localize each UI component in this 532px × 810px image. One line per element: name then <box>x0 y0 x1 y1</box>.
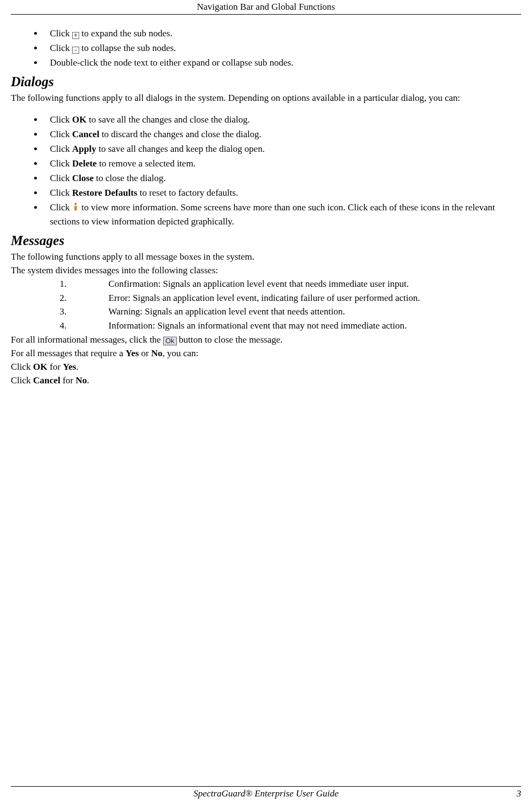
bold-label: Apply <box>72 144 96 154</box>
list-item: Click + to expand the sub nodes. <box>43 28 521 40</box>
list-item: Double-click the node text to either exp… <box>43 57 521 69</box>
text: Click <box>50 114 72 125</box>
text: to close the dialog. <box>94 173 166 183</box>
text: Confirmation: Signals an application lev… <box>108 279 409 289</box>
text: to remove a selected item. <box>97 158 195 169</box>
header-title: Navigation Bar and Global Functions <box>197 2 335 12</box>
list-item: Click to view more information. Some scr… <box>43 202 521 228</box>
list-item: 2.Error: Signals an application level ev… <box>60 292 521 305</box>
click-cancel-line: Click Cancel for No. <box>11 375 521 387</box>
text: , you can: <box>163 348 199 358</box>
bold-label: OK <box>72 114 86 125</box>
messages-intro2: The system divides messages into the fol… <box>11 265 521 277</box>
svg-rect-1 <box>74 206 77 211</box>
page-footer: SpectraGuard® Enterprise User Guide 3 <box>11 786 521 800</box>
item-number: 3. <box>60 306 67 318</box>
bold-label: No <box>75 375 87 385</box>
text: to expand the sub nodes. <box>79 28 172 38</box>
dialogs-list: Click OK to save all the changes and clo… <box>11 114 521 228</box>
text: For all messages that require a <box>11 348 126 358</box>
text: Double-click the node text to either exp… <box>50 57 293 68</box>
item-number: 2. <box>60 292 67 305</box>
collapse-icon: - <box>72 47 79 54</box>
text: or <box>139 348 151 358</box>
page-header: Navigation Bar and Global Functions <box>11 0 521 15</box>
text: to collapse the sub nodes. <box>79 43 176 53</box>
message-classes-list: 1.Confirmation: Signals an application l… <box>60 278 521 333</box>
text: Information: Signals an informational ev… <box>108 320 407 331</box>
text: . <box>87 375 89 385</box>
list-item: 1.Confirmation: Signals an application l… <box>60 278 521 291</box>
footer-guide-title: SpectraGuard® Enterprise User Guide <box>194 788 339 799</box>
item-number: 1. <box>60 278 67 291</box>
text: . <box>76 362 78 372</box>
svg-point-0 <box>74 203 76 205</box>
list-item: Click Close to close the dialog. <box>43 172 521 185</box>
text: Click <box>50 202 72 213</box>
bold-label: Close <box>72 173 94 183</box>
text: to save all the changes and close the di… <box>87 114 250 125</box>
messages-heading: Messages <box>11 232 521 250</box>
text: Click <box>50 43 72 53</box>
text: Click <box>50 158 72 169</box>
text: to discard the changes and close the dia… <box>99 129 261 139</box>
text: Warning: Signals an application level ev… <box>108 306 345 317</box>
list-item: Click Delete to remove a selected item. <box>43 158 521 170</box>
info-close-line: For all informational messages, click th… <box>11 334 521 346</box>
dialogs-heading: Dialogs <box>11 73 521 91</box>
text: for <box>60 375 75 385</box>
list-item: Click - to collapse the sub nodes. <box>43 42 521 55</box>
text: to save all changes and keep the dialog … <box>97 144 265 154</box>
messages-intro1: The following functions apply to all mes… <box>11 251 521 263</box>
expand-icon: + <box>72 32 79 39</box>
text: Click <box>50 28 72 38</box>
text: Click <box>11 362 33 372</box>
bold-label: Cancel <box>72 129 99 139</box>
bold-label: OK <box>33 362 47 372</box>
text: Error: Signals an application level even… <box>108 293 420 303</box>
text: Click <box>50 144 72 154</box>
text: For all informational messages, click th… <box>11 335 163 345</box>
dialogs-intro: The following functions apply to all dia… <box>11 92 521 105</box>
list-item: Click Restore Defaults to reset to facto… <box>43 187 521 200</box>
click-ok-line: Click OK for Yes. <box>11 361 521 374</box>
bold-label: Yes <box>126 348 139 358</box>
list-item: Click Cancel to discard the changes and … <box>43 128 521 141</box>
text: Click <box>11 375 33 385</box>
tree-operations-list: Click + to expand the sub nodes. Click -… <box>11 28 521 69</box>
list-item: 4.Information: Signals an informational … <box>60 320 521 332</box>
text: Click <box>50 129 72 139</box>
text: Click <box>50 173 72 183</box>
bold-label: No <box>151 348 163 358</box>
page-content: Click + to expand the sub nodes. Click -… <box>0 15 532 387</box>
bold-label: Yes <box>63 362 76 372</box>
list-item: 3.Warning: Signals an application level … <box>60 306 521 318</box>
bold-label: Delete <box>72 158 97 169</box>
bold-label: Restore Defaults <box>72 188 137 198</box>
text: for <box>48 362 63 372</box>
text: Click <box>50 188 72 198</box>
list-item: Click OK to save all the changes and clo… <box>43 114 521 126</box>
text: button to close the message. <box>177 335 283 345</box>
yesno-line: For all messages that require a Yes or N… <box>11 348 521 360</box>
item-number: 4. <box>60 320 67 332</box>
text: to reset to factory defaults. <box>137 188 238 198</box>
ok-button-icon: Ok <box>163 337 177 345</box>
info-icon <box>72 202 79 216</box>
text: to view more information. Some screens h… <box>50 202 495 227</box>
bold-label: Cancel <box>33 375 60 385</box>
list-item: Click Apply to save all changes and keep… <box>43 143 521 156</box>
page-number: 3 <box>517 788 522 800</box>
